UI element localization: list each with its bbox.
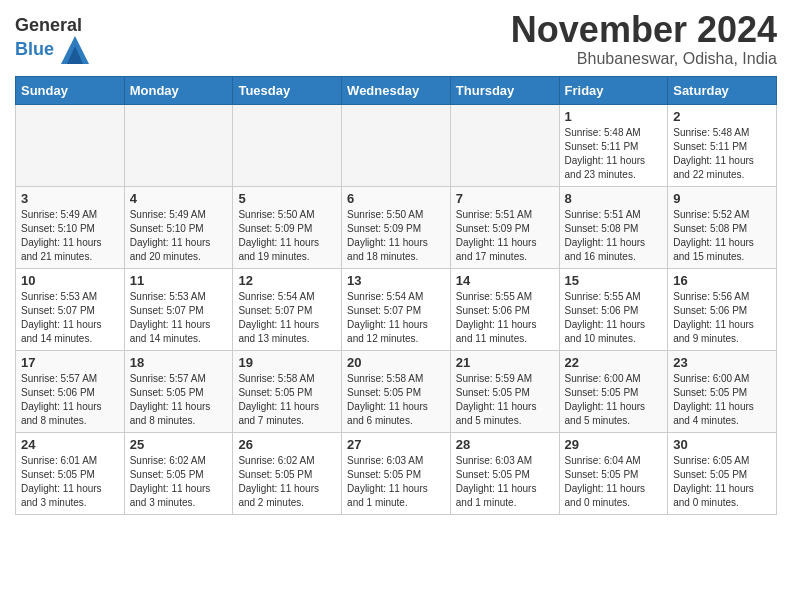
calendar-cell bbox=[450, 104, 559, 186]
day-info: Sunrise: 5:55 AMSunset: 5:06 PMDaylight:… bbox=[565, 290, 663, 346]
day-info: Sunrise: 5:57 AMSunset: 5:06 PMDaylight:… bbox=[21, 372, 119, 428]
day-info: Sunrise: 6:03 AMSunset: 5:05 PMDaylight:… bbox=[347, 454, 445, 510]
day-number: 11 bbox=[130, 273, 228, 288]
day-number: 29 bbox=[565, 437, 663, 452]
day-info: Sunrise: 5:48 AMSunset: 5:11 PMDaylight:… bbox=[565, 126, 663, 182]
calendar-cell: 23Sunrise: 6:00 AMSunset: 5:05 PMDayligh… bbox=[668, 350, 777, 432]
calendar-cell: 6Sunrise: 5:50 AMSunset: 5:09 PMDaylight… bbox=[342, 186, 451, 268]
header-sunday: Sunday bbox=[16, 76, 125, 104]
calendar-cell: 1Sunrise: 5:48 AMSunset: 5:11 PMDaylight… bbox=[559, 104, 668, 186]
calendar-cell: 25Sunrise: 6:02 AMSunset: 5:05 PMDayligh… bbox=[124, 432, 233, 514]
day-info: Sunrise: 5:51 AMSunset: 5:08 PMDaylight:… bbox=[565, 208, 663, 264]
calendar-cell: 20Sunrise: 5:58 AMSunset: 5:05 PMDayligh… bbox=[342, 350, 451, 432]
calendar-cell: 29Sunrise: 6:04 AMSunset: 5:05 PMDayligh… bbox=[559, 432, 668, 514]
day-info: Sunrise: 5:50 AMSunset: 5:09 PMDaylight:… bbox=[347, 208, 445, 264]
calendar-cell: 16Sunrise: 5:56 AMSunset: 5:06 PMDayligh… bbox=[668, 268, 777, 350]
calendar-cell: 11Sunrise: 5:53 AMSunset: 5:07 PMDayligh… bbox=[124, 268, 233, 350]
day-info: Sunrise: 6:05 AMSunset: 5:05 PMDaylight:… bbox=[673, 454, 771, 510]
calendar-cell bbox=[16, 104, 125, 186]
calendar-week-5: 24Sunrise: 6:01 AMSunset: 5:05 PMDayligh… bbox=[16, 432, 777, 514]
day-info: Sunrise: 5:55 AMSunset: 5:06 PMDaylight:… bbox=[456, 290, 554, 346]
calendar-table: Sunday Monday Tuesday Wednesday Thursday… bbox=[15, 76, 777, 515]
day-info: Sunrise: 5:54 AMSunset: 5:07 PMDaylight:… bbox=[347, 290, 445, 346]
calendar-cell: 9Sunrise: 5:52 AMSunset: 5:08 PMDaylight… bbox=[668, 186, 777, 268]
day-number: 23 bbox=[673, 355, 771, 370]
calendar-cell: 17Sunrise: 5:57 AMSunset: 5:06 PMDayligh… bbox=[16, 350, 125, 432]
title-block: November 2024 Bhubaneswar, Odisha, India bbox=[511, 10, 777, 68]
day-info: Sunrise: 5:52 AMSunset: 5:08 PMDaylight:… bbox=[673, 208, 771, 264]
header-tuesday: Tuesday bbox=[233, 76, 342, 104]
calendar-cell bbox=[124, 104, 233, 186]
day-info: Sunrise: 6:02 AMSunset: 5:05 PMDaylight:… bbox=[130, 454, 228, 510]
day-number: 2 bbox=[673, 109, 771, 124]
calendar-cell: 4Sunrise: 5:49 AMSunset: 5:10 PMDaylight… bbox=[124, 186, 233, 268]
header-saturday: Saturday bbox=[668, 76, 777, 104]
logo-icon bbox=[61, 36, 89, 64]
logo: General Blue bbox=[15, 16, 89, 64]
calendar-cell: 21Sunrise: 5:59 AMSunset: 5:05 PMDayligh… bbox=[450, 350, 559, 432]
day-info: Sunrise: 6:00 AMSunset: 5:05 PMDaylight:… bbox=[565, 372, 663, 428]
day-number: 14 bbox=[456, 273, 554, 288]
day-number: 6 bbox=[347, 191, 445, 206]
day-info: Sunrise: 5:57 AMSunset: 5:05 PMDaylight:… bbox=[130, 372, 228, 428]
day-number: 7 bbox=[456, 191, 554, 206]
calendar-cell bbox=[233, 104, 342, 186]
day-number: 20 bbox=[347, 355, 445, 370]
calendar-cell: 19Sunrise: 5:58 AMSunset: 5:05 PMDayligh… bbox=[233, 350, 342, 432]
calendar-cell: 28Sunrise: 6:03 AMSunset: 5:05 PMDayligh… bbox=[450, 432, 559, 514]
calendar-cell: 24Sunrise: 6:01 AMSunset: 5:05 PMDayligh… bbox=[16, 432, 125, 514]
day-number: 3 bbox=[21, 191, 119, 206]
day-number: 12 bbox=[238, 273, 336, 288]
header-monday: Monday bbox=[124, 76, 233, 104]
day-info: Sunrise: 5:51 AMSunset: 5:09 PMDaylight:… bbox=[456, 208, 554, 264]
calendar-cell: 12Sunrise: 5:54 AMSunset: 5:07 PMDayligh… bbox=[233, 268, 342, 350]
day-info: Sunrise: 6:00 AMSunset: 5:05 PMDaylight:… bbox=[673, 372, 771, 428]
calendar-cell: 10Sunrise: 5:53 AMSunset: 5:07 PMDayligh… bbox=[16, 268, 125, 350]
day-info: Sunrise: 5:59 AMSunset: 5:05 PMDaylight:… bbox=[456, 372, 554, 428]
day-number: 26 bbox=[238, 437, 336, 452]
header: General Blue November 2024 Bhubaneswar, … bbox=[15, 10, 777, 68]
calendar-cell: 22Sunrise: 6:00 AMSunset: 5:05 PMDayligh… bbox=[559, 350, 668, 432]
day-info: Sunrise: 6:01 AMSunset: 5:05 PMDaylight:… bbox=[21, 454, 119, 510]
logo-blue: Blue bbox=[15, 39, 54, 59]
calendar-cell: 30Sunrise: 6:05 AMSunset: 5:05 PMDayligh… bbox=[668, 432, 777, 514]
calendar-cell bbox=[342, 104, 451, 186]
calendar-cell: 8Sunrise: 5:51 AMSunset: 5:08 PMDaylight… bbox=[559, 186, 668, 268]
calendar-week-3: 10Sunrise: 5:53 AMSunset: 5:07 PMDayligh… bbox=[16, 268, 777, 350]
day-info: Sunrise: 5:56 AMSunset: 5:06 PMDaylight:… bbox=[673, 290, 771, 346]
calendar-week-2: 3Sunrise: 5:49 AMSunset: 5:10 PMDaylight… bbox=[16, 186, 777, 268]
day-number: 15 bbox=[565, 273, 663, 288]
calendar-cell: 15Sunrise: 5:55 AMSunset: 5:06 PMDayligh… bbox=[559, 268, 668, 350]
calendar-cell: 18Sunrise: 5:57 AMSunset: 5:05 PMDayligh… bbox=[124, 350, 233, 432]
day-info: Sunrise: 5:58 AMSunset: 5:05 PMDaylight:… bbox=[238, 372, 336, 428]
calendar-cell: 3Sunrise: 5:49 AMSunset: 5:10 PMDaylight… bbox=[16, 186, 125, 268]
calendar-cell: 7Sunrise: 5:51 AMSunset: 5:09 PMDaylight… bbox=[450, 186, 559, 268]
header-friday: Friday bbox=[559, 76, 668, 104]
calendar-cell: 13Sunrise: 5:54 AMSunset: 5:07 PMDayligh… bbox=[342, 268, 451, 350]
day-number: 24 bbox=[21, 437, 119, 452]
day-number: 18 bbox=[130, 355, 228, 370]
day-info: Sunrise: 5:50 AMSunset: 5:09 PMDaylight:… bbox=[238, 208, 336, 264]
calendar-cell: 14Sunrise: 5:55 AMSunset: 5:06 PMDayligh… bbox=[450, 268, 559, 350]
day-number: 22 bbox=[565, 355, 663, 370]
day-number: 5 bbox=[238, 191, 336, 206]
calendar-cell: 2Sunrise: 5:48 AMSunset: 5:11 PMDaylight… bbox=[668, 104, 777, 186]
day-number: 27 bbox=[347, 437, 445, 452]
day-info: Sunrise: 5:53 AMSunset: 5:07 PMDaylight:… bbox=[21, 290, 119, 346]
day-info: Sunrise: 5:48 AMSunset: 5:11 PMDaylight:… bbox=[673, 126, 771, 182]
calendar-header-row: Sunday Monday Tuesday Wednesday Thursday… bbox=[16, 76, 777, 104]
page: General Blue November 2024 Bhubaneswar, … bbox=[0, 0, 792, 530]
header-wednesday: Wednesday bbox=[342, 76, 451, 104]
day-number: 30 bbox=[673, 437, 771, 452]
day-number: 9 bbox=[673, 191, 771, 206]
day-number: 16 bbox=[673, 273, 771, 288]
day-number: 19 bbox=[238, 355, 336, 370]
calendar-week-4: 17Sunrise: 5:57 AMSunset: 5:06 PMDayligh… bbox=[16, 350, 777, 432]
day-info: Sunrise: 6:02 AMSunset: 5:05 PMDaylight:… bbox=[238, 454, 336, 510]
day-number: 28 bbox=[456, 437, 554, 452]
calendar-cell: 26Sunrise: 6:02 AMSunset: 5:05 PMDayligh… bbox=[233, 432, 342, 514]
day-number: 4 bbox=[130, 191, 228, 206]
day-number: 25 bbox=[130, 437, 228, 452]
calendar-title: November 2024 bbox=[511, 10, 777, 50]
day-info: Sunrise: 5:58 AMSunset: 5:05 PMDaylight:… bbox=[347, 372, 445, 428]
